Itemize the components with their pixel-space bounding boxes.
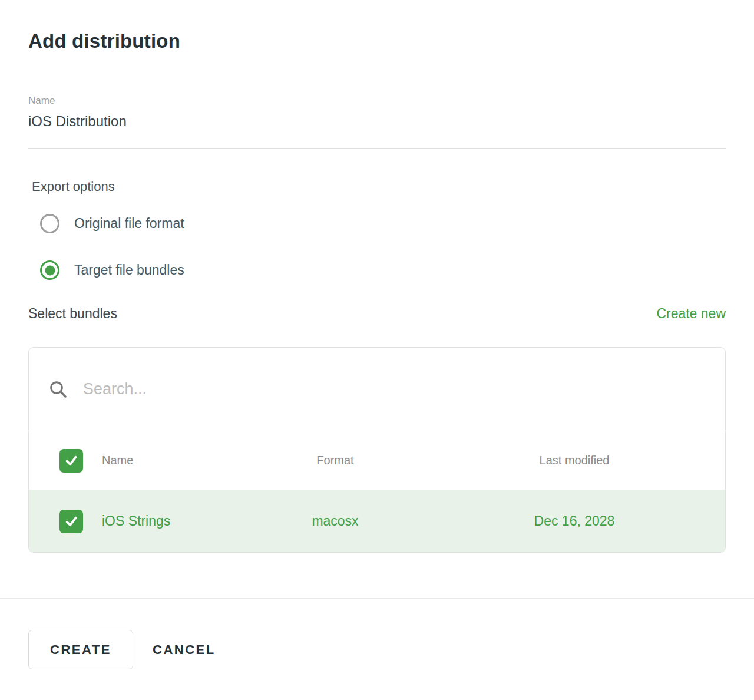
bundles-panel: Name Format Last modified iOS Strings ma… — [28, 347, 726, 553]
radio-target-file-bundles-label: Target file bundles — [74, 262, 184, 278]
create-button[interactable]: CREATE — [28, 630, 133, 669]
page-title: Add distribution — [28, 0, 726, 53]
radio-original-file-format[interactable]: Original file format — [40, 214, 726, 233]
radio-icon[interactable] — [40, 214, 59, 233]
column-header-format: Format — [247, 454, 424, 467]
name-field-label: Name — [28, 95, 726, 107]
radio-original-file-format-label: Original file format — [74, 216, 184, 232]
add-distribution-dialog: Add distribution Name Export options Ori… — [0, 0, 754, 700]
select-all-checkbox[interactable] — [59, 449, 83, 473]
column-header-last-modified: Last modified — [424, 454, 725, 467]
dialog-actions: CREATE CANCEL — [0, 630, 754, 669]
create-new-link[interactable]: Create new — [656, 306, 726, 322]
search-input[interactable] — [82, 379, 706, 399]
footer-divider — [0, 598, 754, 599]
check-icon — [64, 453, 79, 468]
table-row[interactable]: iOS Strings macosx Dec 16, 2028 — [29, 490, 725, 552]
row-checkbox[interactable] — [59, 510, 83, 533]
search-icon — [48, 379, 69, 400]
cell-bundle-name: iOS Strings — [102, 513, 247, 529]
cell-bundle-last-modified: Dec 16, 2028 — [424, 513, 725, 529]
check-icon — [64, 514, 79, 529]
name-input[interactable] — [28, 112, 726, 149]
column-header-name: Name — [102, 454, 247, 467]
select-bundles-header: Select bundles Create new — [28, 306, 726, 322]
cell-bundle-format: macosx — [247, 513, 424, 529]
radio-icon[interactable] — [40, 260, 59, 280]
radio-target-file-bundles[interactable]: Target file bundles — [40, 260, 726, 280]
cancel-button[interactable]: CANCEL — [153, 642, 216, 658]
export-options-label: Export options — [28, 179, 726, 195]
bundle-search-row — [29, 348, 725, 431]
select-bundles-label: Select bundles — [28, 306, 117, 322]
table-header-row: Name Format Last modified — [29, 431, 725, 490]
